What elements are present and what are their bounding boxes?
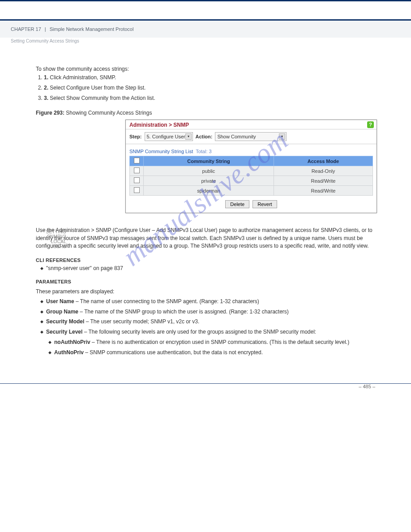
step-1: Click Administration, SNMP. [50, 74, 116, 81]
params-label: PARAMETERS [36, 279, 375, 284]
step-2: Select Configure User from the Step list… [50, 85, 146, 91]
cell-access: Read/Write [274, 176, 372, 186]
sub-param-item: noAuthNoPriv – There is no authenticatio… [48, 339, 375, 346]
list-title-row: SNMP Community String List Total: 3 [126, 144, 377, 156]
figure-caption: Figure 293: Showing Community Access Str… [36, 110, 375, 116]
sub-params-list: noAuthNoPriv – There is no authenticatio… [48, 339, 375, 356]
step-label: Step: [129, 134, 142, 139]
step-3: Select Show Community from the Action li… [50, 95, 155, 101]
select-all-checkbox[interactable] [134, 158, 140, 163]
param-desc: – The following security levels are only… [82, 329, 316, 335]
cell-access: Read-Only [274, 166, 372, 176]
page-number: – 485 – [359, 384, 375, 389]
topbar [0, 0, 411, 21]
select-all-header [130, 156, 144, 166]
section-intro: Use the Administration > SNMP (Configure… [36, 227, 375, 250]
figure-text: Showing Community Access Strings [64, 110, 152, 116]
table-row: public Read-Only [130, 166, 373, 176]
revert-button[interactable]: Revert [253, 200, 277, 208]
col-access: Access Mode [274, 156, 372, 166]
help-icon[interactable]: ? [367, 121, 374, 128]
cell-community: spiderman [144, 186, 274, 196]
cell-community: public [144, 166, 274, 176]
gutter-label: SETTING SNMPV3 LOCAL USERS [35, 229, 66, 249]
cell-access: Read/Write [274, 186, 372, 196]
param-item: User Name – The name of user connecting … [40, 298, 375, 305]
snmp-panel: Administration > SNMP ? Step: 5. Configu… [125, 120, 377, 213]
param-desc: – The user security model; SNMP v1, v2c … [84, 318, 199, 325]
footer: – 485 – [0, 383, 411, 398]
table-row: private Read/Write [130, 176, 373, 186]
params-lead: These parameters are displayed: [36, 288, 375, 296]
param-name: Group Name [46, 309, 78, 315]
col-community: Community String [144, 156, 274, 166]
param-item: Group Name – The name of the SNMP group … [40, 308, 375, 316]
show-steps: 1. Click Administration, SNMP. 2. Select… [44, 74, 375, 102]
cell-community: private [144, 176, 274, 186]
header-subtitle: Setting Community Access Strings [0, 38, 411, 43]
param-desc: – The name of the SNMP group to which th… [78, 309, 289, 315]
panel-toolbar: Step: 5. Configure User ▾ Action: Show C… [126, 129, 377, 144]
row-checkbox[interactable] [134, 167, 140, 173]
list-title: SNMP Community String List [129, 149, 193, 154]
sub-param-desc: – There is no authentication or encrypti… [90, 339, 350, 345]
param-item: Security Model – The user security model… [40, 318, 375, 326]
param-name: User Name [46, 298, 74, 305]
param-name: Security Model [46, 318, 84, 325]
sub-param-name: AuthNoPriv [54, 349, 84, 356]
action-label: Action: [196, 134, 213, 139]
param-desc: – The name of user connecting to the SNM… [74, 298, 259, 305]
step-select[interactable]: 5. Configure User ▾ [145, 132, 193, 141]
chapter-label: CHAPTER 17 [11, 26, 41, 32]
param-item: Security Level – The following security … [40, 328, 375, 336]
action-value: Show Community [217, 134, 256, 139]
param-name: Security Level [46, 329, 82, 335]
chapter-title: Simple Network Management Protocol [50, 26, 134, 32]
sub-param-name: noAuthNoPriv [54, 339, 90, 345]
separator: | [45, 26, 46, 32]
show-heading: To show the community access strings: [36, 66, 375, 72]
row-checkbox[interactable] [134, 187, 140, 193]
table-row: spiderman Read/Write [130, 186, 373, 196]
figure-label: Figure 293: [36, 110, 64, 116]
header-bar: CHAPTER 17 | Simple Network Management P… [0, 21, 411, 38]
sub-param-item: AuthNoPriv – SNMP communications use aut… [48, 349, 375, 356]
sub-param-desc: – SNMP communications use authentication… [84, 349, 263, 356]
list-total: Total: 3 [196, 149, 211, 154]
cli-ref-list: "snmp-server user" on page 837 [40, 265, 375, 272]
cli-ref-item: "snmp-server user" on page 837 [40, 265, 375, 272]
panel-title: Administration > SNMP [129, 122, 189, 128]
community-table: Community String Access Mode public Read… [129, 156, 373, 196]
cli-ref-label: CLI REFERENCES [36, 257, 375, 263]
step-value: 5. Configure User [147, 134, 185, 139]
chevron-down-icon: ▾ [279, 133, 285, 140]
delete-button[interactable]: Delete [225, 200, 249, 208]
chevron-down-icon: ▾ [185, 133, 192, 140]
params-list: User Name – The name of user connecting … [40, 298, 375, 336]
action-select[interactable]: Show Community ▾ [215, 132, 287, 141]
row-checkbox[interactable] [134, 177, 140, 183]
